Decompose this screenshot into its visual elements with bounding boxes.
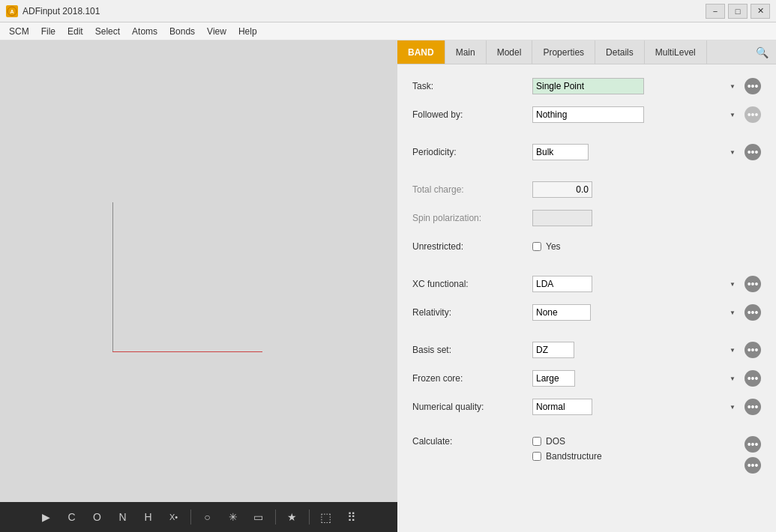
xc-select[interactable]: LDA GGA Hybrid MetaGGA [532, 276, 592, 292]
window-title: ADFinput 2018.101 [22, 6, 706, 16]
viewport-panel: ▶ C O N H X• ○ ✳ ▭ ★ ⬚ ⠿ [0, 40, 397, 532]
frozen-label: Frozen core: [412, 373, 532, 384]
unrestricted-checkbox[interactable] [532, 242, 541, 251]
xc-label: XC functional: [412, 279, 532, 289]
gap2 [412, 171, 761, 180]
close-button[interactable]: ✕ [751, 4, 770, 19]
tab-multilevel[interactable]: MultiLevel [645, 40, 707, 64]
menu-edit[interactable]: Edit [61, 25, 89, 38]
toolbar-circle-button[interactable]: ○ [197, 507, 218, 528]
periodicity-dropdown-wrapper: Bulk Slab Chain Molecule ▼ [532, 144, 739, 160]
quality-label: Numerical quality: [412, 402, 532, 412]
toolbar-square-button[interactable]: ▭ [248, 507, 269, 528]
menu-file[interactable]: File [35, 25, 61, 38]
toolbar-select-box-button[interactable]: ⬚ [316, 507, 337, 528]
basis-select[interactable]: DZ DZP TZ TZP TZ2P [532, 342, 574, 358]
bandstructure-row: Bandstructure [532, 451, 602, 462]
frozen-row: Frozen core: Large Small None ▼ ••• [412, 369, 761, 388]
relativity-control: None Scalar Spin-orbit ▼ [532, 304, 739, 321]
periodicity-control: Bulk Slab Chain Molecule ▼ [532, 144, 739, 160]
menu-scm[interactable]: SCM [3, 25, 35, 38]
right-panel: BAND Main Model Properties Details Multi… [397, 40, 776, 532]
dos-checkbox[interactable] [532, 437, 541, 446]
task-select[interactable]: Single Point Geometry Optimization Frequ… [532, 78, 644, 94]
dos-more-button[interactable]: ••• [745, 436, 761, 453]
3d-canvas[interactable] [0, 40, 397, 502]
frozen-dropdown-wrapper: Large Small None ▼ [532, 370, 739, 387]
followed-by-select[interactable]: Nothing Geometry Optimization Frequencie… [532, 106, 644, 123]
maximize-button[interactable]: □ [728, 4, 748, 19]
followed-by-arrow: ▼ [730, 112, 736, 118]
unrestricted-label: Unrestricted: [412, 241, 532, 252]
toolbar-x-button[interactable]: X• [163, 507, 184, 528]
followed-by-more-button[interactable]: ••• [745, 106, 761, 123]
basis-label: Basis set: [412, 345, 532, 355]
relativity-label: Relativity: [412, 307, 532, 318]
viewport-area[interactable] [0, 40, 397, 502]
total-charge-input[interactable] [532, 181, 592, 198]
dos-label: DOS [546, 436, 565, 447]
toolbar-sep3 [309, 510, 310, 525]
task-more-button[interactable]: ••• [745, 78, 761, 94]
frozen-select[interactable]: Large Small None [532, 370, 575, 387]
toolbar-sep2 [275, 510, 276, 525]
task-dropdown-arrow: ▼ [730, 83, 736, 90]
xc-more-button[interactable]: ••• [745, 276, 761, 292]
gap3 [412, 265, 761, 274]
xc-row: XC functional: LDA GGA Hybrid MetaGGA ▼ … [412, 274, 761, 294]
toolbar-h-button[interactable]: H [138, 507, 159, 528]
menu-bonds[interactable]: Bonds [163, 25, 201, 38]
tab-model[interactable]: Model [487, 40, 533, 64]
main-content: ▶ C O N H X• ○ ✳ ▭ ★ ⬚ ⠿ BAND Main Model… [0, 40, 776, 532]
axis-horizontal [112, 351, 262, 352]
bottom-toolbar: ▶ C O N H X• ○ ✳ ▭ ★ ⬚ ⠿ [0, 502, 397, 532]
quality-control: Normal Good Basic VeryGood Excellent ▼ [532, 399, 739, 415]
menu-help[interactable]: Help [232, 25, 263, 38]
periodicity-arrow: ▼ [730, 149, 736, 156]
relativity-select[interactable]: None Scalar Spin-orbit [532, 304, 591, 321]
menu-view[interactable]: View [201, 25, 232, 38]
settings-area: Task: Single Point Geometry Optimization… [397, 64, 776, 532]
spin-label: Spin polarization: [412, 213, 532, 223]
total-charge-control [532, 181, 739, 198]
basis-more-button[interactable]: ••• [745, 342, 761, 358]
task-control: Single Point Geometry Optimization Frequ… [532, 78, 739, 94]
toolbar-n-button[interactable]: N [112, 507, 133, 528]
app-icon: A [6, 5, 18, 17]
basis-row: Basis set: DZ DZP TZ TZP TZ2P ▼ ••• [412, 340, 761, 360]
tab-band[interactable]: BAND [397, 40, 445, 64]
toolbar-snowflake-button[interactable]: ✳ [223, 507, 244, 528]
bandstructure-more-button[interactable]: ••• [745, 457, 761, 474]
spin-input[interactable] [532, 210, 592, 226]
task-label: Task: [412, 81, 532, 91]
toolbar-c-button[interactable]: C [61, 507, 82, 528]
quality-more-button[interactable]: ••• [745, 399, 761, 415]
menu-atoms[interactable]: Atoms [126, 25, 163, 38]
minimize-button[interactable]: − [706, 4, 725, 19]
tab-main[interactable]: Main [445, 40, 487, 64]
toolbar-star-button[interactable]: ★ [282, 507, 303, 528]
quality-select[interactable]: Normal Good Basic VeryGood Excellent [532, 399, 592, 415]
unrestricted-checkbox-row: Yes [532, 241, 561, 252]
bandstructure-checkbox[interactable] [532, 452, 541, 461]
toolbar-o-button[interactable]: O [87, 507, 108, 528]
periodicity-select[interactable]: Bulk Slab Chain Molecule [532, 144, 589, 160]
periodicity-more-button[interactable]: ••• [745, 144, 761, 160]
menu-bar: SCM File Edit Select Atoms Bonds View He… [0, 22, 776, 40]
tab-details[interactable]: Details [595, 40, 645, 64]
xc-dropdown-wrapper: LDA GGA Hybrid MetaGGA ▼ [532, 276, 739, 292]
relativity-more-button[interactable]: ••• [745, 304, 761, 321]
gap1 [412, 133, 761, 142]
toolbar-grid-button[interactable]: ⠿ [341, 507, 362, 528]
toolbar-arrow-button[interactable]: ▶ [36, 507, 57, 528]
search-tab-button[interactable]: 🔍 [748, 40, 776, 64]
frozen-more-button[interactable]: ••• [745, 370, 761, 387]
menu-select[interactable]: Select [89, 25, 126, 38]
calculate-control: DOS Bandstructure [532, 436, 733, 462]
frozen-control: Large Small None ▼ [532, 370, 739, 387]
axis-vertical [112, 202, 113, 352]
relativity-dropdown-wrapper: None Scalar Spin-orbit ▼ [532, 304, 739, 321]
xc-control: LDA GGA Hybrid MetaGGA ▼ [532, 276, 739, 292]
tab-properties[interactable]: Properties [532, 40, 595, 64]
followed-by-label: Followed by: [412, 109, 532, 120]
